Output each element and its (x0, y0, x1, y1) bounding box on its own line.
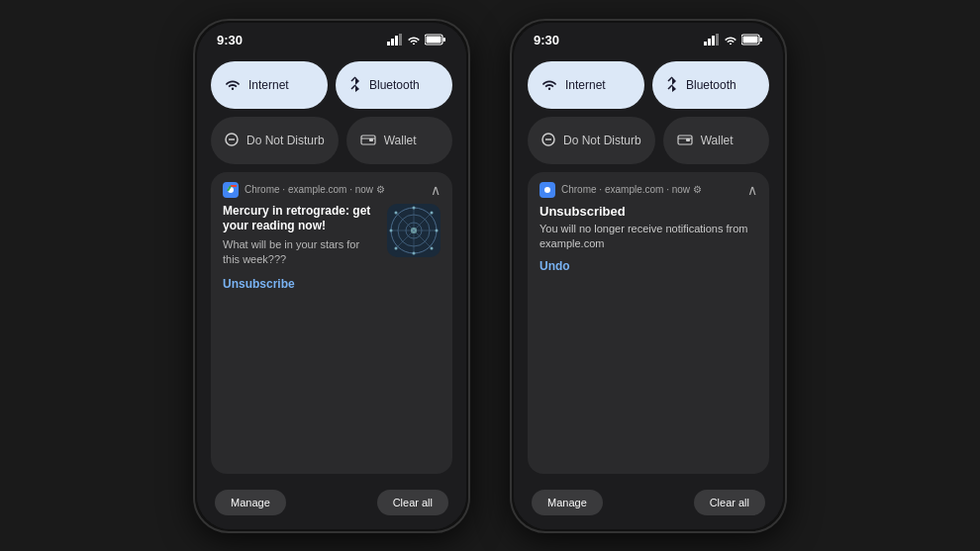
svg-rect-5 (443, 38, 446, 42)
qs-tile-wallet-2[interactable]: Wallet (663, 117, 769, 164)
manage-button-1[interactable]: Manage (215, 490, 286, 515)
qs-tile-internet-label-2: Internet (565, 78, 606, 92)
notif-expand-1[interactable]: ∧ (431, 182, 441, 198)
bottom-bar-1: Manage Clear all (211, 484, 452, 515)
qs-tile-wallet-label-1: Wallet (384, 134, 417, 147)
qs-tile-dnd-2[interactable]: Do Not Disturb (528, 117, 655, 164)
scene: 9:30 (193, 19, 787, 533)
qs-row-1-1: Internet Bluetooth (211, 61, 452, 109)
qs-tile-bluetooth-label-2: Bluetooth (686, 78, 736, 92)
phone-1: 9:30 (193, 19, 470, 533)
clear-all-button-1[interactable]: Clear all (377, 490, 448, 515)
qs-panel-1: Internet Bluetooth (197, 53, 466, 529)
clear-all-button-2[interactable]: Clear all (694, 490, 765, 515)
status-icons-1 (387, 34, 446, 46)
svg-point-22 (390, 229, 393, 231)
svg-rect-33 (760, 38, 763, 42)
svg-rect-3 (399, 34, 402, 46)
status-icons-2 (704, 34, 763, 46)
status-time-2: 9:30 (534, 33, 559, 47)
notif-header-1: Chrome · example.com · now ⚙ ∧ (223, 182, 441, 198)
notif-unsubscribe-action-1[interactable]: Unsubscribe (223, 277, 441, 291)
notif-subtitle-1: What will be in your stars for this week… (223, 237, 379, 268)
qs-row-2-2: Do Not Disturb Wallet (528, 117, 769, 164)
svg-point-23 (436, 229, 439, 231)
qs-tile-bluetooth-1[interactable]: Bluetooth (336, 61, 452, 109)
qs-tile-internet-label-1: Internet (248, 78, 289, 92)
qs-row-1-2: Internet Bluetooth (528, 61, 769, 109)
wifi-icon-2 (541, 77, 557, 92)
svg-rect-31 (716, 34, 719, 46)
qs-tile-internet-1[interactable]: Internet (211, 61, 328, 109)
qs-tile-wallet-label-2: Wallet (701, 134, 734, 147)
qs-tile-bluetooth-label-1: Bluetooth (369, 78, 420, 92)
notification-card-1: Chrome · example.com · now ⚙ ∧ Mercury i… (211, 172, 452, 474)
chrome-icon-2 (539, 182, 555, 198)
svg-rect-1 (391, 39, 394, 46)
qs-tile-dnd-label-1: Do Not Disturb (246, 134, 325, 147)
manage-button-2[interactable]: Manage (532, 490, 603, 515)
svg-point-25 (431, 246, 434, 249)
notif-meta-2: Chrome · example.com · now ⚙ (561, 184, 741, 195)
notif-header-2: Chrome · example.com · now ⚙ ∧ (539, 182, 757, 198)
svg-point-39 (544, 187, 550, 193)
dnd-icon-2 (541, 133, 555, 148)
bottom-bar-2: Manage Clear all (528, 484, 769, 515)
qs-tile-dnd-1[interactable]: Do Not Disturb (211, 117, 339, 164)
wifi-icon-1 (225, 77, 241, 92)
wallet-icon-1 (360, 133, 376, 147)
wifi-status-icon-2 (724, 35, 737, 45)
dnd-icon-1 (225, 133, 239, 148)
bluetooth-icon-2 (666, 76, 678, 94)
svg-rect-6 (427, 37, 441, 44)
status-bar-1: 9:30 (197, 23, 466, 53)
notif-meta-1: Chrome · example.com · now ⚙ (245, 184, 425, 195)
battery-icon-1 (425, 34, 446, 46)
qs-tile-wallet-1[interactable]: Wallet (346, 117, 452, 164)
qs-tile-dnd-label-2: Do Not Disturb (563, 134, 641, 147)
svg-rect-29 (708, 39, 711, 46)
notif-image-1 (387, 204, 441, 257)
svg-point-21 (413, 251, 416, 254)
phone-2-screen: 9:30 (514, 23, 783, 529)
svg-rect-34 (743, 37, 758, 44)
phone-1-screen: 9:30 (197, 23, 466, 529)
notif-title-2: Unsubscribed (539, 204, 757, 219)
qs-tile-bluetooth-2[interactable]: Bluetooth (652, 61, 769, 109)
notif-subtitle-2: You will no longer receive notifications… (539, 222, 757, 252)
qs-panel-2: Internet Bluetooth (514, 53, 783, 529)
signal-icon-1 (387, 34, 403, 46)
svg-rect-2 (395, 36, 398, 46)
notification-card-2: Chrome · example.com · now ⚙ ∧ Unsubscri… (528, 172, 769, 474)
bluetooth-icon-1 (349, 76, 361, 94)
chrome-icon-1 (223, 182, 239, 198)
wifi-status-icon-1 (407, 35, 421, 45)
signal-icon-2 (704, 34, 720, 46)
svg-point-24 (395, 211, 398, 214)
svg-rect-0 (387, 42, 390, 46)
notif-body-2: Unsubscribed You will no longer receive … (539, 204, 757, 252)
notif-title-1: Mercury in retrograde: get your reading … (223, 204, 379, 234)
svg-point-20 (413, 206, 416, 209)
notif-text-1: Mercury in retrograde: get your reading … (223, 204, 379, 268)
notif-text-2: Unsubscribed You will no longer receive … (539, 204, 757, 252)
svg-rect-30 (712, 36, 715, 46)
status-time-1: 9:30 (217, 33, 243, 47)
status-bar-2: 9:30 (514, 23, 783, 53)
notif-body-1: Mercury in retrograde: get your reading … (223, 204, 441, 268)
qs-row-2-1: Do Not Disturb Wallet (211, 117, 452, 164)
zodiac-icon (389, 206, 439, 255)
wallet-icon-2 (677, 133, 693, 147)
battery-icon-2 (741, 34, 763, 46)
svg-rect-28 (704, 42, 707, 46)
notif-undo-action-2[interactable]: Undo (539, 259, 757, 273)
notif-expand-2[interactable]: ∧ (747, 182, 757, 198)
qs-tile-internet-2[interactable]: Internet (528, 61, 644, 109)
phone-2: 9:30 (510, 19, 787, 533)
svg-point-26 (431, 211, 434, 214)
svg-point-27 (395, 246, 398, 249)
